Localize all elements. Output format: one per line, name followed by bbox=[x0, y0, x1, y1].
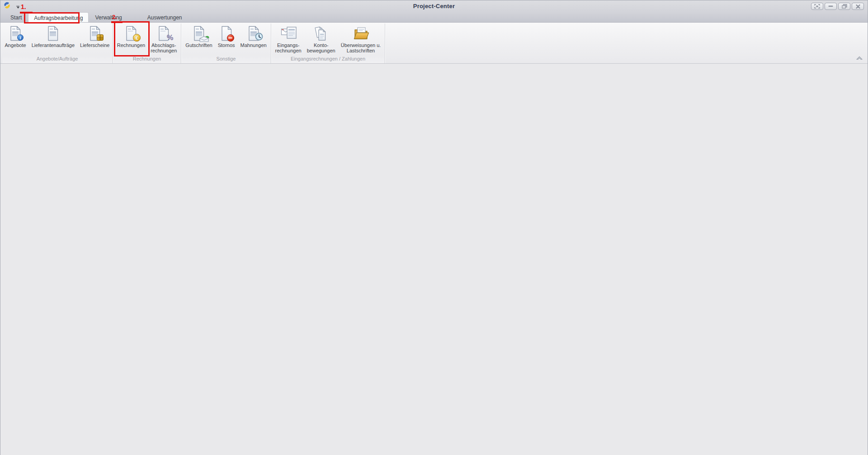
ribbon-button-label: Gutschriften bbox=[185, 43, 212, 48]
document-icon bbox=[45, 25, 61, 42]
ribbon-button-label: Angebote bbox=[5, 43, 26, 48]
app-window: Project-Center Sta bbox=[0, 0, 868, 455]
document-package-icon bbox=[87, 25, 103, 42]
chevron-up-icon bbox=[856, 54, 863, 61]
ribbon-group-angebote-auftraege: i Angebote Lieferantenaufträge Liefersch bbox=[2, 23, 113, 63]
group-label-rechnungen: Rechnungen bbox=[113, 55, 180, 63]
abschlagsrechnungen-button[interactable]: % Abschlags- rechnungen bbox=[148, 24, 179, 53]
document-info-icon: i bbox=[8, 25, 23, 42]
document-euro-icon: € bbox=[123, 25, 139, 42]
ribbon-spacer bbox=[385, 23, 868, 63]
tab-auftragsbearbeitung[interactable]: Auftragsbearbeitung bbox=[28, 12, 89, 22]
group-label-angebote-auftraege: Angebote/Aufträge bbox=[2, 55, 112, 63]
document-clock-icon bbox=[246, 25, 261, 42]
ribbon-tabs: Start Auftragsbearbeitung Verwaltung Aus… bbox=[0, 12, 188, 22]
group-label-eingangsrechnungen-zahlungen: Eingangsrechnungen / Zahlungen bbox=[272, 55, 384, 63]
open-folder-icon bbox=[353, 25, 368, 42]
documents-stack-icon bbox=[313, 25, 329, 42]
ribbon-button-label: Lieferantenaufträge bbox=[32, 43, 75, 48]
ribbon-button-label: Überweisungen u. Lastschriften bbox=[341, 43, 381, 53]
window-controls bbox=[811, 3, 864, 10]
kontobewegungen-button[interactable]: Konto- bewegungen bbox=[305, 24, 338, 53]
ribbon-group-eingangsrechnungen-zahlungen: Eingangs- rechnungen bbox=[271, 23, 385, 63]
rechnungen-button[interactable]: € Rechnungen bbox=[115, 24, 147, 48]
mahnungen-button[interactable]: Mahnungen bbox=[238, 24, 269, 48]
ribbon-button-label: Eingangs- rechnungen bbox=[275, 43, 302, 53]
tab-start[interactable]: Start bbox=[5, 12, 27, 22]
angebote-button[interactable]: i Angebote bbox=[3, 24, 28, 48]
page-title: Project-Center bbox=[0, 3, 868, 9]
envelope-document-icon bbox=[281, 25, 296, 42]
ribbon: i Angebote Lieferantenaufträge Liefersch bbox=[0, 23, 868, 64]
close-button[interactable] bbox=[852, 3, 864, 10]
ribbon-group-rechnungen: € Rechnungen % Abschlags- rechnungen Re bbox=[113, 23, 181, 63]
eingangsrechnungen-button[interactable]: Eingangs- rechnungen bbox=[273, 24, 304, 53]
lieferscheine-button[interactable]: Lieferscheine bbox=[78, 24, 112, 48]
group-label-sonstige: Sonstige bbox=[182, 55, 270, 63]
ribbon-button-label: Konto- bewegungen bbox=[307, 43, 335, 53]
ribbon-group-sonstige: Gutschriften Stornos bbox=[181, 23, 271, 63]
ribbon-button-label: Rechnungen bbox=[117, 43, 145, 48]
restore-button[interactable] bbox=[838, 3, 850, 10]
ribbon-button-label: Abschlags- rechnungen bbox=[151, 43, 177, 53]
lieferantenauftraege-button[interactable]: Lieferantenaufträge bbox=[29, 24, 77, 48]
ribbon-button-label: Lieferscheine bbox=[80, 43, 109, 48]
document-cancel-icon bbox=[219, 25, 234, 42]
document-percent-icon: % bbox=[156, 25, 171, 42]
ribbon-button-label: Stornos bbox=[218, 43, 235, 48]
gutschriften-button[interactable]: Gutschriften bbox=[183, 24, 214, 48]
minimize-button[interactable] bbox=[825, 3, 837, 10]
collapse-ribbon-button[interactable] bbox=[856, 54, 863, 62]
ribbon-button-label: Mahnungen bbox=[241, 43, 267, 48]
ueberweisungen-lastschriften-button[interactable]: Überweisungen u. Lastschriften bbox=[339, 24, 383, 53]
titlebar: Project-Center Sta bbox=[0, 0, 868, 23]
fullscreen-button[interactable] bbox=[811, 3, 823, 10]
document-mail-icon bbox=[191, 25, 207, 42]
workspace-area bbox=[0, 64, 868, 455]
tab-auswertungen[interactable]: Auswertungen bbox=[142, 12, 188, 22]
tab-verwaltung[interactable]: Verwaltung bbox=[90, 12, 127, 22]
stornos-button[interactable]: Stornos bbox=[216, 24, 237, 48]
